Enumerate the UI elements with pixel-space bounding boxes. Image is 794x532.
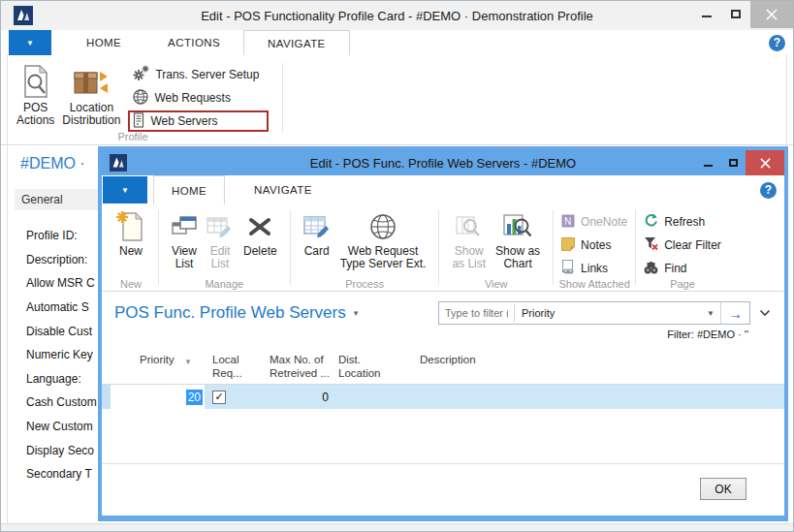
refresh-button[interactable]: Refresh	[644, 210, 721, 234]
help-button[interactable]: ?	[769, 35, 785, 51]
filter-column-select[interactable]: Priority ▼	[515, 302, 720, 324]
window-frame-bottom	[1, 523, 793, 531]
cell-local-req: ✓	[205, 391, 253, 404]
nav-logo-icon	[14, 6, 33, 25]
card-button[interactable]: Card	[299, 207, 335, 259]
tab-navigate[interactable]: NAVIGATE	[237, 175, 330, 204]
page-title-caret-icon[interactable]: ▾	[354, 308, 359, 318]
tab-home[interactable]: HOME	[63, 30, 144, 55]
column-header-priority[interactable]: Priority ▾	[111, 353, 205, 368]
tab-home[interactable]: HOME	[153, 175, 225, 204]
edit-list-button[interactable]: Edit List	[202, 207, 238, 271]
links-button[interactable]: Links	[561, 257, 627, 280]
group-label-process: Process	[293, 278, 437, 290]
web-servers-label: Web Servers	[150, 114, 217, 128]
find-button[interactable]: Find	[644, 257, 721, 280]
field-label: Display Seco	[26, 438, 100, 462]
show-as-chart-button[interactable]: Show as Chart	[491, 207, 545, 271]
column-header-dist-location[interactable]: Dist.Location	[334, 353, 418, 380]
document-search-icon	[21, 61, 50, 102]
ribbon-divider	[553, 210, 554, 285]
child-titlebar: Edit - POS Func. Profile Web Servers - #…	[102, 150, 784, 175]
web-servers-button[interactable]: Web Servers	[128, 110, 269, 132]
field-label: Disable Cust	[26, 319, 100, 343]
child-tabbar: ▼ HOME NAVIGATE ?	[102, 175, 784, 204]
priority-value-selected: 20	[186, 390, 203, 405]
web-request-type-server-ext-button[interactable]: Web Request Type Server Ext.	[335, 207, 431, 271]
application-menu-button[interactable]: ▼	[103, 176, 147, 203]
column-header-max-no-retreived[interactable]: Max No. ofRetreived ...	[253, 353, 334, 380]
onenote-button[interactable]: N OneNote	[561, 210, 627, 234]
field-label: Numeric Key	[26, 343, 100, 367]
column-header-description[interactable]: Description	[418, 353, 631, 366]
tab-actions[interactable]: ACTIONS	[144, 30, 243, 55]
new-label: New	[119, 245, 143, 258]
note-icon	[561, 237, 575, 254]
onenote-icon: N	[561, 214, 575, 231]
maximize-button[interactable]	[721, 1, 750, 26]
row-selector[interactable]	[102, 385, 111, 409]
minimize-button[interactable]	[695, 150, 720, 175]
ribbon-group-new: New New	[106, 204, 156, 291]
new-button[interactable]: New	[111, 207, 150, 259]
local-req-checkbox[interactable]: ✓	[212, 391, 226, 404]
outer-window-controls	[692, 1, 793, 30]
page-title[interactable]: POS Func. Profile Web Servers	[114, 303, 346, 323]
ribbon-divider	[438, 210, 439, 285]
edit-list-label: Edit List	[210, 245, 231, 270]
clear-filter-label: Clear Filter	[664, 238, 721, 252]
application-menu-button[interactable]: ▼	[9, 30, 51, 55]
table-row[interactable]: 20 ✓ 0	[102, 385, 784, 409]
gears-icon	[133, 65, 149, 84]
notes-label: Notes	[581, 238, 611, 252]
notes-button[interactable]: Notes	[561, 234, 627, 257]
box-distribution-icon	[74, 61, 109, 102]
ribbon-group-process: Card Web Request Type Server Ext. Proces…	[293, 204, 437, 291]
view-list-label: View List	[172, 245, 197, 270]
filter-input[interactable]	[439, 302, 514, 324]
new-document-icon	[116, 208, 145, 245]
tab-navigate[interactable]: NAVIGATE	[243, 30, 350, 55]
field-label: Description:	[26, 248, 100, 272]
column-header-local-req[interactable]: LocalReq...	[205, 353, 253, 380]
ribbon-group-profile: Profile	[13, 131, 253, 142]
clear-filter-button[interactable]: Clear Filter	[644, 234, 721, 257]
collapse-filter-pane-button[interactable]	[759, 309, 771, 317]
outer-tabbar: ▼ HOME ACTIONS NAVIGATE ?	[1, 30, 793, 55]
location-distribution-button[interactable]: Location Distribution	[58, 59, 124, 129]
delete-label: Delete	[243, 245, 277, 258]
show-as-chart-label: Show as Chart	[495, 245, 540, 270]
web-servers-table: Priority ▾ LocalReq... Max No. ofRetreiv…	[102, 350, 784, 409]
find-label: Find	[664, 262, 686, 275]
cell-priority[interactable]: 20	[111, 385, 205, 409]
close-button[interactable]	[746, 150, 784, 175]
close-button[interactable]	[750, 1, 793, 28]
delete-button[interactable]: Delete	[238, 207, 282, 259]
card-label: Card	[304, 245, 330, 258]
link-icon	[561, 260, 575, 277]
maximize-icon	[731, 10, 741, 18]
apply-filter-button[interactable]: →	[720, 302, 749, 324]
view-list-button[interactable]: View List	[167, 207, 202, 271]
globe-icon	[369, 208, 397, 245]
trans-server-setup-button[interactable]: Trans. Server Setup	[128, 64, 269, 85]
help-button[interactable]: ?	[760, 182, 777, 199]
ribbon-divider	[158, 210, 159, 285]
fasttab-general[interactable]: General	[15, 189, 98, 210]
ok-button[interactable]: OK	[700, 478, 746, 500]
show-as-list-button[interactable]: Show as List	[447, 207, 491, 271]
table-header: Priority ▾ LocalReq... Max No. ofRetreiv…	[102, 350, 784, 385]
field-label-list: Profile ID: Description: Allow MSR C Aut…	[26, 224, 100, 486]
web-requests-button[interactable]: Web Requests	[128, 87, 269, 109]
filter-box: Priority ▼ →	[438, 301, 750, 325]
check-icon: ✓	[214, 391, 223, 402]
refresh-label: Refresh	[664, 215, 705, 229]
ribbon-group-manage: View List Edit List Delete Manage	[161, 204, 288, 291]
server-icon	[133, 112, 144, 131]
web-request-type-server-ext-label: Web Request Type Server Ext.	[340, 245, 427, 270]
cell-max-no-retrieved[interactable]: 0	[253, 391, 334, 404]
minimize-button[interactable]	[692, 1, 721, 26]
pos-actions-button[interactable]: POS Actions	[13, 59, 58, 129]
help-icon: ?	[774, 36, 780, 49]
maximize-button[interactable]	[720, 150, 746, 175]
